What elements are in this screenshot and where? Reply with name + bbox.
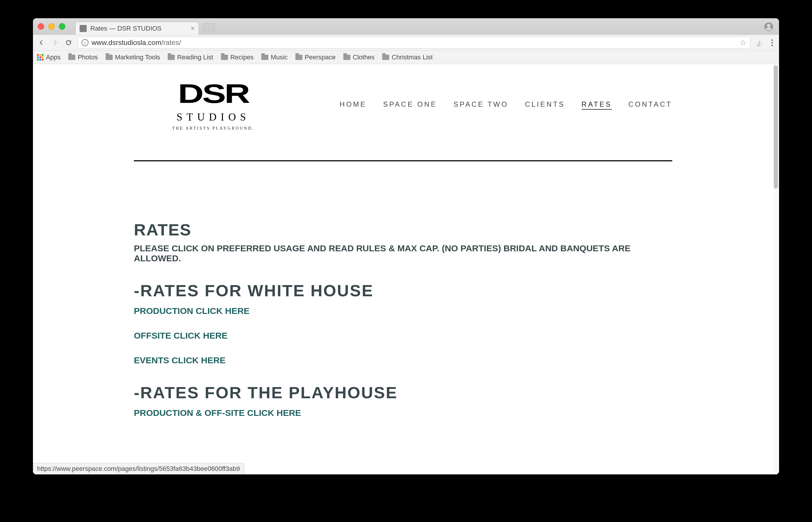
nav-space-one[interactable]: SPACE ONE — [383, 100, 437, 109]
bookmark-recipes[interactable]: Recipes — [221, 54, 254, 61]
address-bar: i www.dsrstudiosla.com/rates/ ☆ ◭ — [33, 35, 779, 51]
site-nav: HOME SPACE ONE SPACE TWO CLIENTS RATES C… — [340, 100, 672, 109]
scrollbar-track[interactable] — [773, 64, 778, 475]
apps-icon — [37, 54, 43, 61]
folder-icon — [295, 55, 303, 60]
nav-space-two[interactable]: SPACE TWO — [453, 100, 508, 109]
bookmarks-bar: Apps Photos Marketing Tools Reading List… — [33, 51, 779, 64]
bookmark-photos[interactable]: Photos — [68, 54, 98, 61]
section-heading-white-house: -RATES FOR WHITE HOUSE — [134, 281, 672, 300]
tab-title: Rates — DSR STUDIOS — [90, 25, 187, 32]
bookmark-label: Recipes — [230, 54, 254, 61]
link-events-white-house[interactable]: EVENTS CLICK HERE — [134, 355, 672, 365]
page-subheading: PLEASE CLICK ON PREFERRED USAGE AND READ… — [134, 243, 672, 263]
browser-tab[interactable]: Rates — DSR STUDIOS × — [75, 22, 199, 35]
site-header: DSR STUDIOS THE ARTISTS PLAYGROUND. HOME… — [134, 76, 672, 148]
bookmark-label: Music — [271, 54, 287, 61]
folder-icon — [261, 55, 268, 60]
bookmark-label: Christmas List — [391, 54, 432, 61]
close-tab-button[interactable]: × — [191, 25, 194, 32]
profile-icon[interactable] — [764, 22, 773, 31]
back-button[interactable] — [37, 38, 46, 47]
scrollbar-thumb[interactable] — [774, 65, 778, 189]
bookmark-label: Reading List — [177, 54, 213, 61]
folder-icon — [343, 55, 350, 60]
page-heading: RATES — [134, 220, 672, 239]
nav-home[interactable]: HOME — [340, 100, 367, 109]
new-tab-button[interactable] — [203, 23, 215, 32]
bookmark-christmas-list[interactable]: Christmas List — [382, 54, 432, 61]
forward-button[interactable] — [51, 38, 59, 47]
nav-clients[interactable]: CLIENTS — [525, 100, 565, 109]
nav-rates[interactable]: RATES — [582, 100, 612, 109]
logo[interactable]: DSR STUDIOS THE ARTISTS PLAYGROUND. — [134, 79, 293, 131]
status-bar: https://www.peerspace.com/pages/listings… — [33, 463, 244, 475]
bookmark-peerspace[interactable]: Peerspace — [295, 54, 336, 61]
bookmark-apps[interactable]: Apps — [37, 54, 61, 61]
bookmark-label: Marketing Tools — [115, 54, 160, 61]
folder-icon — [68, 55, 75, 60]
page: DSR STUDIOS THE ARTISTS PLAYGROUND. HOME… — [33, 64, 779, 475]
url-path: /rates/ — [161, 39, 181, 46]
browser-menu-button[interactable] — [769, 39, 775, 46]
close-window-button[interactable] — [38, 23, 44, 30]
url-text: www.dsrstudiosla.com/rates/ — [92, 39, 181, 47]
folder-icon — [221, 55, 228, 60]
bookmark-music[interactable]: Music — [261, 54, 287, 61]
cloud-icon[interactable]: ◭ — [755, 38, 764, 47]
favicon — [80, 25, 87, 32]
folder-icon — [105, 55, 113, 60]
link-production-offsite-playhouse[interactable]: PRODUCTION & OFF-SITE CLICK HERE — [134, 408, 672, 418]
site-info-icon[interactable]: i — [81, 39, 89, 46]
logo-tagline: THE ARTISTS PLAYGROUND. — [172, 126, 254, 131]
container: DSR STUDIOS THE ARTISTS PLAYGROUND. HOME… — [134, 64, 672, 418]
folder-icon — [168, 55, 175, 60]
reload-button[interactable] — [64, 38, 73, 47]
window-controls — [36, 23, 68, 30]
url-host: www.dsrstudiosla.com — [92, 39, 161, 46]
maximize-window-button[interactable] — [59, 23, 65, 30]
section-heading-playhouse: -RATES FOR THE PLAYHOUSE — [134, 383, 672, 402]
logo-sub: STUDIOS — [176, 111, 250, 123]
bookmark-label: Clothes — [353, 54, 375, 61]
nav-contact[interactable]: CONTACT — [629, 100, 672, 109]
bookmark-label: Apps — [46, 54, 61, 61]
tab-strip: Rates — DSR STUDIOS × — [33, 18, 779, 35]
omnibox[interactable]: i www.dsrstudiosla.com/rates/ ☆ — [78, 37, 750, 48]
bookmark-marketing-tools[interactable]: Marketing Tools — [105, 54, 160, 61]
bookmark-label: Photos — [78, 54, 98, 61]
browser-window: Rates — DSR STUDIOS × i www.dsrstudiosla… — [33, 18, 779, 475]
viewport: DSR STUDIOS THE ARTISTS PLAYGROUND. HOME… — [33, 64, 779, 475]
bookmark-label: Peerspace — [305, 54, 336, 61]
bookmark-clothes[interactable]: Clothes — [343, 54, 375, 61]
minimize-window-button[interactable] — [48, 23, 55, 30]
content: RATES PLEASE CLICK ON PREFERRED USAGE AN… — [134, 161, 672, 418]
bookmark-reading-list[interactable]: Reading List — [168, 54, 213, 61]
folder-icon — [382, 55, 389, 60]
link-offsite-white-house[interactable]: OFFSITE CLICK HERE — [134, 331, 672, 341]
bookmark-star-icon[interactable]: ☆ — [740, 38, 747, 47]
logo-main: DSR — [178, 79, 249, 109]
link-production-white-house[interactable]: PRODUCTION CLICK HERE — [134, 306, 672, 316]
